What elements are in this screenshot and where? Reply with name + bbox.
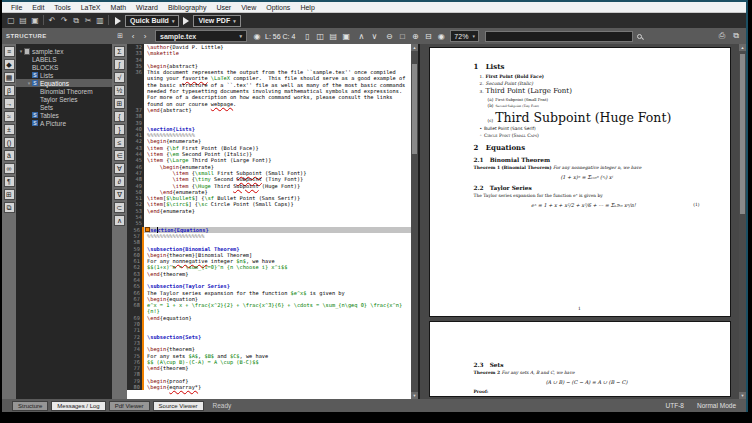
- source-editor[interactable]: 32\author{David P. Little}33\maketitle34…: [127, 44, 418, 399]
- operators-icon[interactable]: ±: [4, 124, 15, 135]
- structure-options-icon[interactable]: ⊞: [117, 32, 123, 40]
- pdf-page-1[interactable]: 1 Lists 1.First Point (Bold Face)2.Secon…: [429, 47, 731, 317]
- pdf-search-input[interactable]: [485, 31, 633, 42]
- scroll-down-icon[interactable]: ▼: [739, 392, 746, 399]
- whole-page-icon[interactable]: □: [396, 32, 408, 41]
- forall-icon[interactable]: ∀: [114, 163, 125, 174]
- menu-options[interactable]: Options: [261, 4, 295, 11]
- zoom-in-icon[interactable]: ⊕: [409, 32, 421, 41]
- subset-icon[interactable]: ⊂: [114, 202, 125, 213]
- encoding-indicator[interactable]: UTF-8: [666, 402, 684, 409]
- right-brace-icon[interactable]: }: [114, 124, 125, 135]
- cut-icon[interactable]: ✂: [82, 15, 94, 27]
- undo-icon[interactable]: ↶: [46, 15, 58, 27]
- cursor-follow-icon[interactable]: ◉: [251, 32, 263, 41]
- editor-mode-indicator[interactable]: Normal Mode: [697, 402, 736, 409]
- magnifying-glass-icon[interactable]: ◉: [435, 32, 447, 41]
- forward-icon[interactable]: ›: [139, 32, 151, 41]
- two-page-view-icon[interactable]: ◫: [314, 32, 326, 41]
- single-page-view-icon[interactable]: ▯: [301, 32, 313, 41]
- search-icon[interactable]: [637, 34, 642, 39]
- save-icon[interactable]: ▣: [29, 15, 41, 27]
- panel-tab-pdf-viewer[interactable]: Pdf Viewer: [109, 401, 150, 411]
- tree-item-binomial-theorem[interactable]: Binomial Theorem: [16, 87, 112, 95]
- tree-item-sample-tex[interactable]: ▾sample.tex: [16, 47, 112, 55]
- symbol-grid-icon[interactable]: ▦: [4, 72, 15, 83]
- misc-text-icon[interactable]: ¶: [4, 176, 15, 187]
- code-line[interactable]: 68e^x = 1 + x + \frac{x^2}{2} + \frac{x^…: [127, 302, 411, 315]
- scrollbar-thumb[interactable]: [412, 64, 417, 154]
- code-line[interactable]: 80\begin{eqnarray*}: [127, 384, 411, 390]
- pdf-vertical-scrollbar[interactable]: ▲ ▼: [739, 44, 746, 399]
- accents-icon[interactable]: â: [4, 150, 15, 161]
- menu-help[interactable]: Help: [295, 4, 319, 11]
- run-view-pdf-icon[interactable]: [183, 17, 189, 25]
- tree-item-lists[interactable]: SLists: [16, 71, 112, 79]
- bookmark-icon[interactable]: [145, 227, 150, 232]
- open-file-icon[interactable]: ▤: [17, 15, 29, 27]
- delimiters-icon[interactable]: (): [4, 137, 15, 148]
- zoom-level-select[interactable]: 72% ▾: [450, 30, 479, 42]
- new-file-icon[interactable]: ▢: [5, 15, 17, 27]
- greek-letters-icon[interactable]: β: [4, 85, 15, 96]
- next-page-icon[interactable]: ∨: [368, 32, 380, 41]
- components-icon[interactable]: ⊞: [4, 189, 15, 200]
- relations-icon[interactable]: ≈: [4, 111, 15, 122]
- scroll-up-icon[interactable]: ▲: [739, 44, 746, 51]
- open-file-selector[interactable]: sample.tex ▾: [155, 30, 247, 42]
- menu-math[interactable]: Math: [106, 4, 132, 11]
- integral-icon[interactable]: ∫: [114, 59, 125, 70]
- scroll-down-icon[interactable]: ▼: [411, 392, 418, 399]
- wedge-icon[interactable]: ∧: [114, 215, 125, 226]
- paste-icon[interactable]: ▥: [94, 15, 106, 27]
- menu-latex[interactable]: LaTeX: [76, 4, 106, 11]
- editor-code-area[interactable]: 32\author{David P. Little}33\maketitle34…: [127, 44, 411, 399]
- misc-math-icon[interactable]: ∞: [4, 163, 15, 174]
- menu-user[interactable]: User: [211, 4, 236, 11]
- line-number[interactable]: 36: [127, 69, 144, 107]
- panel-tab-messages-log[interactable]: Messages / Log: [51, 401, 105, 411]
- tree-item-taylor-series[interactable]: Taylor Series: [16, 95, 112, 103]
- menu-view[interactable]: View: [236, 4, 261, 11]
- previous-page-icon[interactable]: ∧: [355, 32, 367, 41]
- menu-edit[interactable]: Edit: [27, 4, 49, 11]
- left-brace-icon[interactable]: {: [114, 111, 125, 122]
- tree-item-blocks[interactable]: BLOCKS: [16, 63, 112, 71]
- bookmarks-icon[interactable]: ◆: [4, 59, 15, 70]
- view-pdf-dropdown[interactable]: View PDF ▾: [193, 15, 240, 27]
- matrix-icon[interactable]: ⊞: [114, 98, 125, 109]
- clipboard-icon[interactable]: ⧉: [4, 202, 15, 213]
- panel-tab-structure[interactable]: Structure: [12, 401, 48, 411]
- zoom-out-icon[interactable]: ⊖: [383, 32, 395, 41]
- tree-item-tables[interactable]: STables: [16, 111, 112, 119]
- root-icon[interactable]: √: [114, 72, 125, 83]
- pdf-page-2[interactable]: 2.3 Sets Theorem 2 For any sets A, B and…: [429, 321, 731, 397]
- partial-icon[interactable]: ∂: [114, 176, 125, 187]
- menu-file[interactable]: File: [6, 4, 27, 11]
- code-text[interactable]: e^x = 1 + x + \frac{x^2}{2} + \frac{x^3}…: [144, 302, 411, 315]
- external-viewer-icon[interactable]: ⧉: [730, 31, 742, 41]
- back-icon[interactable]: ‹: [127, 32, 139, 41]
- line-number[interactable]: 80: [127, 384, 144, 390]
- code-text[interactable]: This document represents the output from…: [144, 69, 411, 107]
- leq-icon[interactable]: ≤: [114, 137, 125, 148]
- quick-build-dropdown[interactable]: Quick Build ▾: [125, 15, 179, 27]
- scroll-up-icon[interactable]: ▲: [411, 44, 418, 51]
- tree-item-equations[interactable]: ▾SEquations: [16, 79, 112, 87]
- menu-bibliography[interactable]: Bibliography: [163, 4, 212, 11]
- sum-icon[interactable]: Σ: [114, 46, 125, 57]
- run-quick-build-icon[interactable]: [115, 17, 121, 25]
- scrollbar-thumb[interactable]: [740, 54, 745, 214]
- structure-icon[interactable]: ≡: [4, 46, 15, 57]
- tree-item-sets[interactable]: Sets: [16, 103, 112, 111]
- redo-icon[interactable]: ↷: [58, 15, 70, 27]
- line-number[interactable]: 68: [127, 302, 144, 315]
- copy-icon[interactable]: ⧉: [70, 15, 82, 27]
- presentation-icon[interactable]: ▣: [340, 32, 352, 41]
- print-icon[interactable]: ⎙: [716, 31, 728, 41]
- fit-width-icon[interactable]: ⊟: [422, 32, 434, 41]
- menu-wizard[interactable]: Wizard: [131, 4, 163, 11]
- tree-item-labels[interactable]: LABELS: [16, 55, 112, 63]
- continuous-view-icon[interactable]: ▤: [327, 32, 339, 41]
- editor-vertical-scrollbar[interactable]: ▲ ▼: [411, 44, 418, 399]
